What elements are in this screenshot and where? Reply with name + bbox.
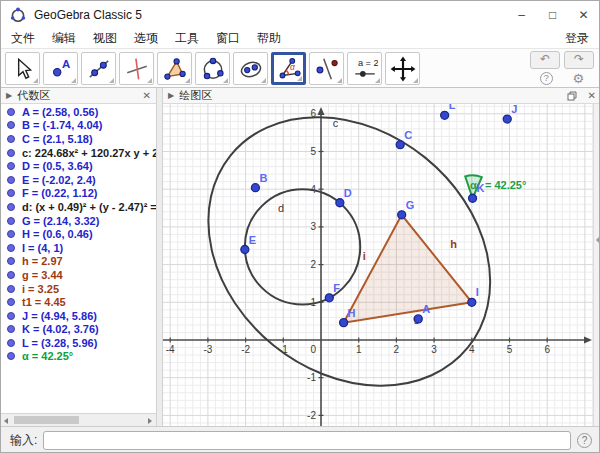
tool-dropdown-icon[interactable]: [337, 78, 342, 83]
triangle-t1[interactable]: [344, 215, 472, 323]
visibility-marble-icon[interactable]: [7, 135, 15, 143]
gear-icon[interactable]: ⚙: [573, 71, 585, 86]
scroll-right-icon[interactable]: [148, 418, 152, 424]
redo-button[interactable]: ↷: [564, 51, 594, 69]
tool-dropdown-icon[interactable]: [109, 78, 114, 83]
point-J[interactable]: [503, 115, 511, 123]
panel-caret-icon[interactable]: ▶: [6, 91, 12, 100]
visibility-marble-icon[interactable]: [7, 217, 15, 225]
visibility-marble-icon[interactable]: [7, 298, 15, 306]
visibility-marble-icon[interactable]: [7, 244, 15, 252]
algebra-close-icon[interactable]: ✕: [143, 91, 151, 101]
menu-item[interactable]: 帮助: [257, 30, 281, 47]
tool-dropdown-icon[interactable]: [413, 78, 418, 83]
visibility-marble-icon[interactable]: [7, 230, 15, 238]
login-menu[interactable]: 登录: [565, 30, 589, 47]
point-tool[interactable]: A: [43, 52, 78, 85]
visibility-marble-icon[interactable]: [7, 149, 15, 157]
visibility-marble-icon[interactable]: [7, 312, 15, 320]
menu-item[interactable]: 编辑: [52, 30, 76, 47]
close-button[interactable]: ✕: [568, 1, 599, 28]
algebra-item[interactable]: C = (2.1, 5.18): [1, 132, 156, 146]
algebra-item[interactable]: A = (2.58, 0.56): [1, 105, 156, 119]
tool-dropdown-icon[interactable]: [297, 76, 302, 81]
point-F[interactable]: [325, 294, 333, 302]
algebra-item[interactable]: J = (4.94, 5.86): [1, 309, 156, 323]
tool-dropdown-icon[interactable]: [71, 78, 76, 83]
reflect-tool[interactable]: [309, 52, 344, 85]
panel-caret-icon[interactable]: ▶: [168, 91, 174, 100]
algebra-item[interactable]: B = (-1.74, 4.04): [1, 119, 156, 133]
graphics-close-icon[interactable]: ✕: [588, 91, 596, 101]
help-icon[interactable]: ?: [540, 72, 553, 85]
point-L[interactable]: [441, 111, 449, 119]
angle-tool[interactable]: α: [271, 52, 306, 85]
move-graphics-tool[interactable]: [385, 52, 420, 85]
menu-item[interactable]: 工具: [175, 30, 199, 47]
algebra-item[interactable]: c: 224.68x² + 120.27x y + 250.8: [1, 146, 156, 160]
undo-button[interactable]: ↶: [530, 51, 560, 69]
menu-item[interactable]: 视图: [93, 30, 117, 47]
line-tool[interactable]: [81, 52, 116, 85]
polygon-tool[interactable]: [157, 52, 192, 85]
algebra-item[interactable]: I = (4, 1): [1, 241, 156, 255]
maximize-button[interactable]: □: [537, 1, 568, 28]
slider-tool[interactable]: a = 2: [347, 52, 382, 85]
point-D[interactable]: [336, 199, 344, 207]
menu-item[interactable]: 文件: [11, 30, 35, 47]
input-help-icon[interactable]: ?: [577, 433, 592, 448]
command-input[interactable]: [43, 431, 571, 450]
menu-item[interactable]: 窗口: [216, 30, 240, 47]
algebra-item[interactable]: E = (-2.02, 2.4): [1, 173, 156, 187]
algebra-item[interactable]: L = (3.28, 5.96): [1, 336, 156, 350]
visibility-marble-icon[interactable]: [7, 339, 15, 347]
tool-dropdown-icon[interactable]: [185, 78, 190, 83]
algebra-item[interactable]: D = (0.5, 3.64): [1, 159, 156, 173]
tool-dropdown-icon[interactable]: [261, 78, 266, 83]
scrollbar-thumb[interactable]: [14, 416, 79, 424]
algebra-item[interactable]: t1 = 4.45: [1, 295, 156, 309]
algebra-item[interactable]: K = (4.02, 3.76): [1, 323, 156, 337]
scroll-left-icon[interactable]: [4, 418, 8, 424]
circle-tool[interactable]: [195, 52, 230, 85]
algebra-item[interactable]: H = (0.6, 0.46): [1, 227, 156, 241]
visibility-marble-icon[interactable]: [7, 176, 15, 184]
minimize-button[interactable]: –: [506, 1, 537, 28]
algebra-item[interactable]: d: (x + 0.49)² + (y - 2.47)² = 2.34: [1, 200, 156, 214]
point-G[interactable]: [398, 211, 406, 219]
tool-dropdown-icon[interactable]: [33, 78, 38, 83]
tool-dropdown-icon[interactable]: [223, 78, 228, 83]
visibility-marble-icon[interactable]: [7, 285, 15, 293]
menu-item[interactable]: 选项: [134, 30, 158, 47]
point-A[interactable]: [414, 315, 422, 323]
algebra-item[interactable]: h = 2.97: [1, 255, 156, 269]
visibility-marble-icon[interactable]: [7, 203, 15, 211]
tool-dropdown-icon[interactable]: [147, 78, 152, 83]
point-E[interactable]: [241, 246, 249, 254]
algebra-item[interactable]: α = 42.25°: [1, 350, 156, 364]
algebra-item[interactable]: g = 3.44: [1, 268, 156, 282]
ellipse-tool[interactable]: [233, 52, 268, 85]
algebra-item[interactable]: F = (0.22, 1.12): [1, 187, 156, 201]
point-H[interactable]: [340, 319, 348, 327]
graphics-canvas[interactable]: -4-3-2-1123456-2-11234560cdhigABCDEFGHIJ…: [163, 104, 593, 426]
restore-window-icon[interactable]: [567, 91, 577, 101]
tool-dropdown-icon[interactable]: [375, 78, 380, 83]
visibility-marble-icon[interactable]: [7, 189, 15, 197]
point-C[interactable]: [396, 141, 404, 149]
visibility-marble-icon[interactable]: [7, 121, 15, 129]
visibility-marble-icon[interactable]: [7, 325, 15, 333]
collapse-panel-icon[interactable]: [596, 236, 600, 244]
visibility-marble-icon[interactable]: [7, 271, 15, 279]
visibility-marble-icon[interactable]: [7, 108, 15, 116]
point-I[interactable]: [468, 298, 476, 306]
visibility-marble-icon[interactable]: [7, 162, 15, 170]
panel-splitter[interactable]: [156, 88, 163, 426]
visibility-marble-icon[interactable]: [7, 352, 15, 360]
algebra-item[interactable]: i = 3.25: [1, 282, 156, 296]
visibility-marble-icon[interactable]: [7, 257, 15, 265]
perpendicular-line-tool[interactable]: [119, 52, 154, 85]
point-B[interactable]: [251, 184, 259, 192]
algebra-scrollbar[interactable]: [1, 413, 156, 426]
point-K[interactable]: [469, 194, 477, 202]
